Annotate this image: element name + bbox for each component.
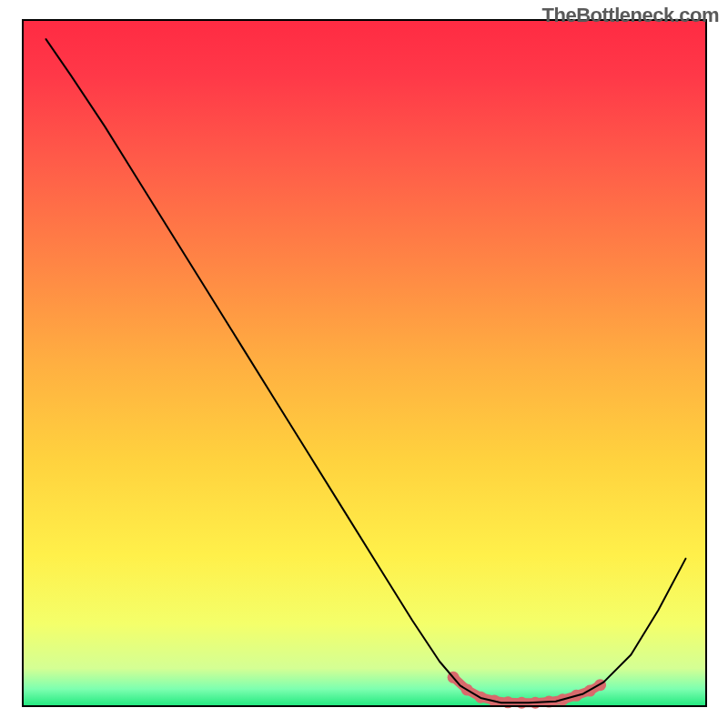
bottleneck-chart xyxy=(0,0,728,728)
plot-background xyxy=(23,20,706,706)
chart-container: TheBottleneck.com xyxy=(0,0,728,728)
watermark-text: TheBottleneck.com xyxy=(542,4,719,27)
